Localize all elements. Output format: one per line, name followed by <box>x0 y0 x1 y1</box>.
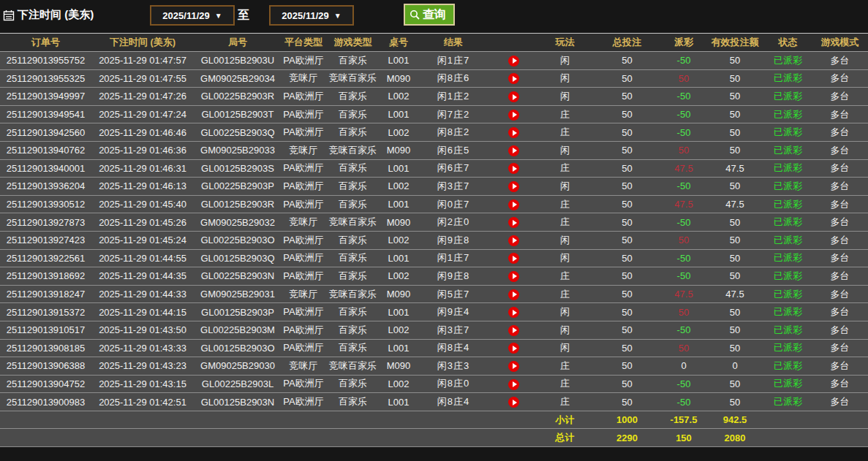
valid-bet-cell: 50 <box>706 249 764 267</box>
date-from-select[interactable]: 2025/11/29 ▼ <box>150 5 235 26</box>
side-cell: 闲 <box>537 249 592 267</box>
valid-bet-cell: 50 <box>706 213 764 232</box>
play-cell <box>490 105 537 123</box>
order-cell: 251129013927873 <box>0 213 91 232</box>
game-cell: 竞咪百家乐 <box>325 285 380 303</box>
platform-cell: 竞咪厅 <box>282 213 325 232</box>
play-video-icon[interactable] <box>508 361 519 372</box>
order-cell: 251129013955325 <box>0 69 91 88</box>
mode-cell: 多台 <box>812 88 868 106</box>
time-cell: 2025-11-29 01:44:55 <box>91 249 194 267</box>
total-bet-cell: 50 <box>592 321 662 339</box>
round-cell: GM09025B29031 <box>194 285 282 303</box>
valid-bet-cell: 50 <box>706 52 764 70</box>
payout-cell: -50 <box>662 105 706 123</box>
round-cell: GL00225B2903R <box>194 88 282 106</box>
result-cell: 闲1庄7 <box>417 52 490 70</box>
round-cell: GL00225B2903L <box>194 375 282 393</box>
play-cell <box>490 393 537 411</box>
status-cell: 已派彩 <box>764 141 812 159</box>
mode-cell: 多台 <box>812 52 868 70</box>
platform-cell: PA欧洲厅 <box>282 105 325 123</box>
play-video-icon[interactable] <box>508 91 519 102</box>
platform-cell: PA欧洲厅 <box>282 231 325 249</box>
play-video-icon[interactable] <box>508 181 519 192</box>
round-cell: GM09025B29032 <box>194 213 282 232</box>
result-cell: 闲0庄7 <box>417 195 490 213</box>
play-cell <box>490 303 537 321</box>
play-video-icon[interactable] <box>508 56 519 66</box>
mode-cell: 多台 <box>812 249 868 267</box>
play-video-icon[interactable] <box>508 110 519 121</box>
table-no-cell: L002 <box>380 321 417 339</box>
total-row-valid_bet: 2080 <box>706 429 764 447</box>
total-bet-cell: 50 <box>592 285 662 303</box>
side-cell: 庄 <box>537 285 592 303</box>
side-cell: 闲 <box>537 69 592 88</box>
payout-cell: 50 <box>662 303 706 321</box>
platform-cell: 竞咪厅 <box>282 285 325 303</box>
valid-bet-cell: 50 <box>706 339 764 357</box>
payout-cell: 50 <box>662 69 706 88</box>
table-no-cell: L002 <box>380 88 417 106</box>
empty-cell <box>812 429 868 447</box>
order-cell: 251129013906388 <box>0 357 91 376</box>
empty-cell <box>194 411 282 429</box>
status-cell: 已派彩 <box>764 267 812 286</box>
play-cell <box>490 213 537 232</box>
round-cell: GL00125B2903T <box>194 105 282 123</box>
play-video-icon[interactable] <box>508 217 519 228</box>
result-cell: 闲1庄7 <box>417 249 490 267</box>
column-header: 玩法 <box>537 34 592 52</box>
total-row-label: 总计 <box>537 429 592 447</box>
table-no-cell: M090 <box>380 357 417 376</box>
table-no-cell: L002 <box>380 231 417 249</box>
play-video-icon[interactable] <box>508 289 519 300</box>
valid-bet-cell: 50 <box>706 123 764 142</box>
side-cell: 闲 <box>537 88 592 106</box>
table-no-cell: L001 <box>380 393 417 411</box>
table-row: 2511290139278732025-11-29 01:45:26GM0902… <box>0 213 868 232</box>
payout-cell: -50 <box>662 88 706 106</box>
play-video-icon[interactable] <box>508 343 519 354</box>
time-cell: 2025-11-29 01:46:13 <box>91 178 194 196</box>
play-video-icon[interactable] <box>508 325 519 336</box>
column-header: 结果 <box>417 34 490 52</box>
side-cell: 庄 <box>537 213 592 232</box>
play-video-icon[interactable] <box>508 379 519 390</box>
column-header: 状态 <box>764 34 812 52</box>
round-cell: GL00125B2903Q <box>194 249 282 267</box>
column-header: 桌号 <box>380 34 417 52</box>
play-video-icon[interactable] <box>508 235 519 246</box>
valid-bet-cell: 47.5 <box>706 195 764 213</box>
play-video-icon[interactable] <box>508 127 519 138</box>
side-cell: 庄 <box>537 159 592 178</box>
subtotal-row-label: 小计 <box>537 411 592 429</box>
side-cell: 闲 <box>537 231 592 249</box>
play-video-icon[interactable] <box>508 253 519 264</box>
play-cell <box>490 375 537 393</box>
payout-cell: -50 <box>662 375 706 393</box>
total-bet-cell: 50 <box>592 88 662 106</box>
play-video-icon[interactable] <box>508 271 519 282</box>
result-cell: 闲9庄8 <box>417 231 490 249</box>
result-cell: 闲3庄7 <box>417 178 490 196</box>
status-cell: 已派彩 <box>764 195 812 213</box>
play-video-icon[interactable] <box>508 307 519 318</box>
play-video-icon[interactable] <box>508 199 519 210</box>
status-cell: 已派彩 <box>764 159 812 178</box>
time-cell: 2025-11-29 01:44:33 <box>91 285 194 303</box>
play-video-icon[interactable] <box>508 73 519 84</box>
result-cell: 闲9庄8 <box>417 267 490 286</box>
play-video-icon[interactable] <box>508 145 519 156</box>
game-cell: 百家乐 <box>325 159 380 178</box>
time-cell: 2025-11-29 01:47:24 <box>91 105 194 123</box>
date-to-select[interactable]: 2025/11/29 ▼ <box>269 5 354 26</box>
subtotal-row-valid_bet: 942.5 <box>706 411 764 429</box>
play-cell <box>490 285 537 303</box>
play-video-icon[interactable] <box>508 163 519 174</box>
toolbar: 下注时间 (美东) 2025/11/29 ▼ 至 2025/11/29 ▼ 查询 <box>0 0 868 33</box>
play-video-icon[interactable] <box>508 397 519 408</box>
query-button[interactable]: 查询 <box>404 4 455 26</box>
game-cell: 竞咪百家乐 <box>325 213 380 232</box>
